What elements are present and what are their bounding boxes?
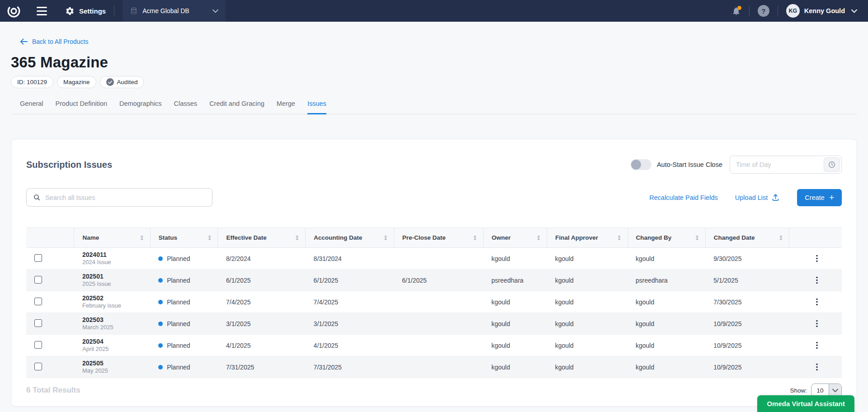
table-row: 202505 May 2025 Planned 7/31/2025 7/31/2…: [26, 356, 842, 378]
cell-changed-by: kgould: [627, 248, 705, 270]
menu-icon[interactable]: [37, 7, 47, 15]
bell-icon[interactable]: [731, 6, 741, 16]
cell-name[interactable]: 202502 February issue: [74, 291, 150, 313]
divider: [749, 5, 750, 16]
cell-name[interactable]: 202504 April 2025: [74, 335, 150, 356]
cell-name[interactable]: 202503 March 2025: [74, 313, 150, 335]
sort-icon[interactable]: ↕: [694, 234, 700, 242]
cell-accounting-date: 7/31/2025: [306, 356, 394, 378]
issue-subname: 2024 Issue: [82, 259, 145, 266]
sort-icon[interactable]: ↕: [139, 234, 145, 242]
tab-classes[interactable]: Classes: [174, 100, 198, 114]
sort-icon[interactable]: ↕: [778, 234, 783, 242]
row-checkbox[interactable]: [34, 298, 42, 305]
upload-label: Upload List: [735, 194, 768, 201]
cell-effective-date: 4/1/2025: [218, 335, 306, 356]
tab-product-definition[interactable]: Product Definition: [56, 100, 107, 114]
cell-final-approver: kgould: [547, 313, 627, 335]
user-menu[interactable]: KG Kenny Gould: [786, 4, 857, 18]
status-dot-icon: [158, 365, 163, 369]
issue-subname: April 2025: [82, 346, 145, 353]
header-owner: Owner↕: [483, 228, 547, 248]
sort-icon[interactable]: ↕: [617, 234, 622, 242]
search-input[interactable]: [45, 194, 206, 201]
clock-icon[interactable]: [824, 157, 840, 172]
cell-accounting-date: 3/1/2025: [306, 313, 394, 335]
status-label: Planned: [167, 320, 190, 327]
badge-label: ID: 100129: [17, 79, 47, 85]
kebab-menu-icon[interactable]: [797, 342, 836, 349]
issue-name[interactable]: 202505: [82, 359, 145, 367]
header-actions: [789, 228, 842, 248]
auto-start-label: Auto-Start Issue Close: [657, 161, 722, 168]
tab-issues[interactable]: Issues: [307, 100, 326, 114]
cell-owner: kgould: [483, 291, 547, 313]
cell-name[interactable]: 2024011 2024 Issue: [74, 248, 150, 270]
cell-name[interactable]: 202501 2025 Issue: [74, 270, 150, 291]
issue-name[interactable]: 202503: [82, 316, 145, 324]
sort-icon[interactable]: ↕: [472, 234, 478, 242]
issue-name[interactable]: 2024011: [82, 251, 145, 259]
cell-changed-date: 10/9/2025: [705, 313, 789, 335]
status-label: Planned: [167, 342, 190, 349]
tab-merge[interactable]: Merge: [277, 100, 295, 114]
issue-name[interactable]: 202502: [82, 294, 145, 302]
row-checkbox[interactable]: [34, 276, 42, 284]
panel-title: Subscription Issues: [26, 160, 112, 170]
back-link[interactable]: Back to All Products: [20, 38, 89, 45]
cell-changed-by: kgould: [627, 335, 705, 356]
recalculate-paid-fields-link[interactable]: Recalculate Paid Fields: [649, 194, 718, 201]
virtual-assistant-button[interactable]: Omeda Virtual Assistant: [757, 395, 854, 412]
kebab-menu-icon[interactable]: [797, 364, 836, 371]
header-select: [26, 228, 74, 248]
time-of-day-input[interactable]: [736, 161, 824, 168]
row-checkbox[interactable]: [34, 319, 42, 327]
sort-icon[interactable]: ↕: [383, 234, 388, 242]
kebab-menu-icon[interactable]: [797, 320, 836, 327]
status-label: Planned: [167, 277, 190, 284]
issues-table-body: 2024011 2024 Issue Planned 8/2/2024 8/31…: [26, 248, 842, 378]
cell-changed-date: 9/30/2025: [705, 248, 789, 270]
avatar: KG: [786, 4, 800, 18]
issue-name[interactable]: 202504: [82, 337, 145, 346]
row-checkbox[interactable]: [34, 363, 42, 370]
create-label: Create: [805, 194, 825, 201]
header-final-approver: Final Approver↕: [547, 228, 627, 248]
settings-label: Settings: [79, 7, 106, 15]
sort-icon[interactable]: ↕: [294, 234, 300, 242]
badge-product-id: ID: 100129: [11, 76, 53, 88]
gear-icon: [65, 6, 75, 16]
upload-icon: [771, 193, 780, 202]
kebab-menu-icon[interactable]: [797, 255, 836, 262]
chevron-down-icon: [851, 9, 857, 13]
cell-status: Planned: [150, 313, 218, 335]
kebab-menu-icon[interactable]: [797, 298, 836, 306]
omeda-logo-icon[interactable]: [6, 4, 21, 19]
help-icon[interactable]: ?: [758, 5, 769, 17]
cell-effective-date: 7/31/2025: [218, 356, 306, 378]
divider: [778, 5, 778, 16]
status-dot-icon: [158, 343, 163, 348]
plus-icon: +: [829, 193, 834, 202]
row-checkbox[interactable]: [34, 341, 42, 349]
issue-subname: May 2025: [82, 367, 145, 375]
auto-start-toggle[interactable]: [631, 159, 651, 170]
settings-nav[interactable]: Settings: [65, 6, 106, 16]
cell-pre-close-date: [394, 291, 483, 313]
row-checkbox[interactable]: [34, 254, 42, 262]
sort-icon[interactable]: ↕: [536, 234, 541, 242]
sort-icon[interactable]: ↕: [207, 234, 212, 242]
cell-pre-close-date: [394, 356, 483, 378]
issue-name[interactable]: 202501: [82, 272, 145, 280]
issue-subname: 2025 Issue: [82, 280, 145, 288]
tab-general[interactable]: General: [20, 100, 43, 114]
tab-demographics[interactable]: Demographics: [119, 100, 162, 114]
database-selector[interactable]: Acme Global DB: [123, 0, 226, 22]
cell-name[interactable]: 202505 May 2025: [74, 356, 150, 378]
create-button[interactable]: Create +: [797, 189, 842, 206]
kebab-menu-icon[interactable]: [797, 277, 836, 284]
header-pre-close-date: Pre-Close Date↕: [394, 228, 483, 248]
upload-list-link[interactable]: Upload List: [735, 193, 780, 202]
cell-effective-date: 8/2/2024: [218, 248, 306, 270]
tab-credit-and-gracing[interactable]: Credit and Gracing: [209, 100, 264, 114]
